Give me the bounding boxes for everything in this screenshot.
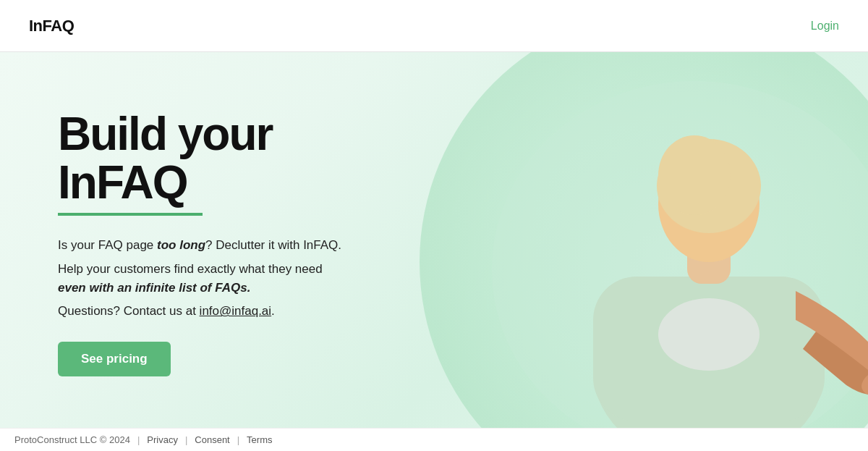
login-link[interactable]: Login xyxy=(811,20,839,33)
headline: Build your InFAQ xyxy=(58,110,341,207)
italic-too-long: too long xyxy=(157,238,205,252)
header: InFAQ Login xyxy=(0,0,868,52)
headline-line1: Build your xyxy=(58,108,272,160)
contact-paragraph: Questions? Contact us at info@infaq.ai. xyxy=(58,302,341,321)
description-line2: Help your customers find exactly what th… xyxy=(58,260,341,298)
footer-link-consent[interactable]: Consent xyxy=(195,434,229,445)
headline-line2: InFAQ xyxy=(58,156,187,208)
description-line1: Is your FAQ page too long? Declutter it … xyxy=(58,236,341,255)
footer: ProtoConstruct LLC © 2024 | Privacy | Co… xyxy=(0,428,868,451)
hero-content: Build your InFAQ Is your FAQ page too lo… xyxy=(58,110,341,376)
svg-point-6 xyxy=(658,135,731,215)
contact-email-link[interactable]: info@infaq.ai xyxy=(200,304,272,318)
footer-divider-1: | xyxy=(137,434,140,445)
footer-copyright: ProtoConstruct LLC © 2024 xyxy=(14,434,130,445)
logo: InFAQ xyxy=(29,17,74,35)
footer-links: | Privacy | Consent | Terms xyxy=(130,434,273,445)
footer-link-privacy[interactable]: Privacy xyxy=(147,434,178,445)
svg-point-13 xyxy=(658,298,760,371)
see-pricing-button[interactable]: See pricing xyxy=(58,342,171,376)
footer-link-terms[interactable]: Terms xyxy=(247,434,272,445)
italic-infinite: even with an infinite list of FAQs. xyxy=(58,281,250,295)
headline-underline xyxy=(58,213,203,216)
main-section: Build your InFAQ Is your FAQ page too lo… xyxy=(0,52,868,451)
footer-divider-2: | xyxy=(185,434,187,445)
hero-illustration xyxy=(420,67,868,446)
footer-divider-3: | xyxy=(237,434,239,445)
